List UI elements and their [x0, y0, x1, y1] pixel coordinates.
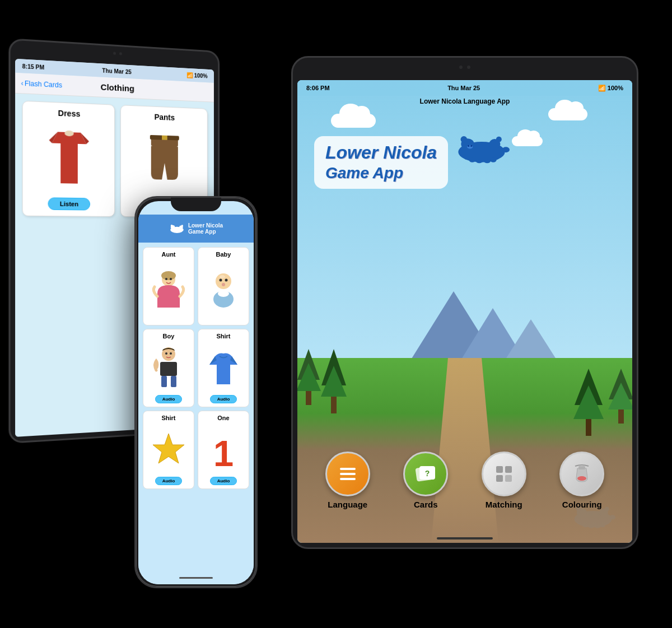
menu-item-colouring[interactable]: Colouring — [559, 452, 604, 509]
phone-notch — [171, 198, 221, 211]
flash-card-dress[interactable]: Dress Listen — [22, 101, 115, 217]
svg-marker-0 — [52, 132, 86, 184]
phone-card-title-one: One — [217, 415, 229, 421]
card-image-pants — [127, 125, 202, 196]
phone-card-title-baby: Baby — [216, 251, 231, 258]
phone-card-one[interactable]: One 1 Audio — [198, 411, 249, 489]
menu-item-cards[interactable]: ? Cards — [403, 452, 448, 509]
svg-rect-39 — [505, 466, 512, 473]
tablet-main-camera — [459, 66, 470, 69]
cloud-2 — [548, 108, 587, 120]
card-title-pants: Pants — [155, 113, 175, 122]
phone-audio-btn-boy[interactable]: Audio — [155, 395, 183, 403]
phone-card-img-baby — [202, 260, 245, 322]
tablet-left-camera — [113, 52, 122, 55]
menu-item-language[interactable]: Language — [325, 452, 370, 509]
svg-point-25 — [468, 145, 469, 147]
svg-point-51 — [589, 525, 594, 528]
svg-point-29 — [476, 160, 483, 164]
phone-bear-icon — [169, 223, 185, 234]
svg-rect-33 — [340, 473, 356, 475]
svg-text:1: 1 — [213, 433, 234, 469]
svg-point-50 — [583, 524, 588, 528]
svg-rect-6 — [162, 136, 167, 140]
phone-card-img-aunt — [147, 260, 190, 322]
svg-point-65 — [218, 290, 229, 297]
phone-card-baby[interactable]: Baby — [198, 247, 249, 325]
svg-rect-18 — [618, 410, 624, 424]
cloud-1 — [331, 114, 376, 128]
svg-point-67 — [225, 279, 228, 282]
status-date-left: Thu Mar 25 — [102, 67, 131, 75]
svg-point-69 — [222, 283, 225, 286]
phone-audio-btn-star[interactable]: Audio — [155, 477, 183, 485]
phone-card-boy[interactable]: Boy — [143, 329, 194, 407]
status-date-main: Thu Mar 25 — [447, 85, 480, 91]
svg-rect-40 — [496, 475, 503, 482]
card-image-dress — [29, 121, 109, 194]
status-bar-main: 8:06 PM Thu Mar 25 📶 100% — [297, 80, 632, 96]
cards-icon[interactable]: ? — [403, 452, 448, 496]
cloud-3 — [512, 136, 543, 146]
phone-screen: Lower Nicola Game App Aunt — [138, 201, 254, 584]
menu-item-matching[interactable]: Matching — [482, 452, 526, 509]
app-title-bar: Lower Nicola Language App — [297, 96, 632, 106]
svg-marker-77 — [153, 434, 184, 463]
matching-icon[interactable] — [482, 452, 526, 496]
app-title-label: Lower Nicola Language App — [420, 97, 510, 105]
phone-card-img-shirt — [202, 342, 245, 393]
svg-point-52 — [595, 525, 600, 528]
back-button-left[interactable]: ‹ Flash Cards — [21, 79, 62, 89]
svg-rect-9 — [306, 391, 311, 405]
tablet-main: 8:06 PM Thu Mar 25 📶 100% Lower Nicola L… — [291, 56, 638, 549]
svg-point-53 — [600, 524, 605, 528]
game-title-line2: Game App — [325, 164, 403, 182]
status-wifi-main: 📶 100% — [598, 85, 623, 92]
svg-point-76 — [170, 352, 172, 355]
svg-point-27 — [502, 147, 510, 152]
colouring-icon[interactable] — [559, 452, 604, 496]
svg-rect-32 — [340, 468, 356, 470]
svg-point-57 — [171, 225, 173, 227]
svg-rect-34 — [340, 478, 356, 480]
svg-rect-73 — [161, 376, 167, 387]
phone-grid: Aunt — [138, 243, 254, 584]
tablet-main-screen: 8:06 PM Thu Mar 25 📶 100% Lower Nicola L… — [297, 80, 632, 543]
svg-point-58 — [181, 225, 183, 226]
svg-point-22 — [461, 136, 468, 143]
svg-point-66 — [220, 279, 222, 282]
svg-point-28 — [469, 157, 476, 162]
phone-card-title-aunt: Aunt — [161, 251, 175, 258]
status-time-main: 8:06 PM — [306, 85, 330, 91]
svg-point-26 — [470, 145, 472, 147]
game-title-area: Lower Nicola Game App — [314, 136, 448, 189]
phone-card-title-shirt: Shirt — [216, 333, 230, 339]
page-title-left: Clothing — [101, 82, 134, 93]
phone-audio-btn-one[interactable]: Audio — [210, 477, 237, 485]
phone-card-shirt[interactable]: Shirt Audio — [198, 329, 249, 407]
svg-point-30 — [484, 160, 491, 164]
svg-text:?: ? — [425, 469, 430, 478]
svg-point-49 — [609, 515, 615, 519]
phone-card-img-boy — [147, 342, 190, 393]
phone-card-img-one: 1 — [202, 424, 245, 475]
svg-rect-42 — [578, 466, 585, 469]
svg-rect-15 — [586, 419, 591, 436]
bear-logo — [454, 131, 510, 164]
status-wifi-left: 📶 100% — [186, 72, 208, 79]
svg-point-61 — [165, 278, 167, 280]
svg-point-60 — [161, 271, 176, 280]
svg-point-70 — [220, 275, 225, 278]
svg-rect-74 — [171, 376, 176, 387]
card-title-dress: Dress — [58, 109, 81, 119]
game-title-line1: Lower Nicola — [325, 142, 437, 162]
phone-header: Lower Nicola Game App — [138, 215, 254, 243]
trees-left — [297, 346, 342, 413]
phone-card-star[interactable]: Shirt Audio — [143, 411, 194, 489]
trees-right — [572, 366, 632, 441]
listen-button-dress[interactable]: Listen — [48, 197, 90, 210]
phone-audio-btn-shirt[interactable]: Audio — [210, 395, 237, 403]
language-icon[interactable] — [325, 452, 370, 496]
phone-card-aunt[interactable]: Aunt — [143, 247, 194, 325]
matching-label: Matching — [486, 500, 522, 509]
